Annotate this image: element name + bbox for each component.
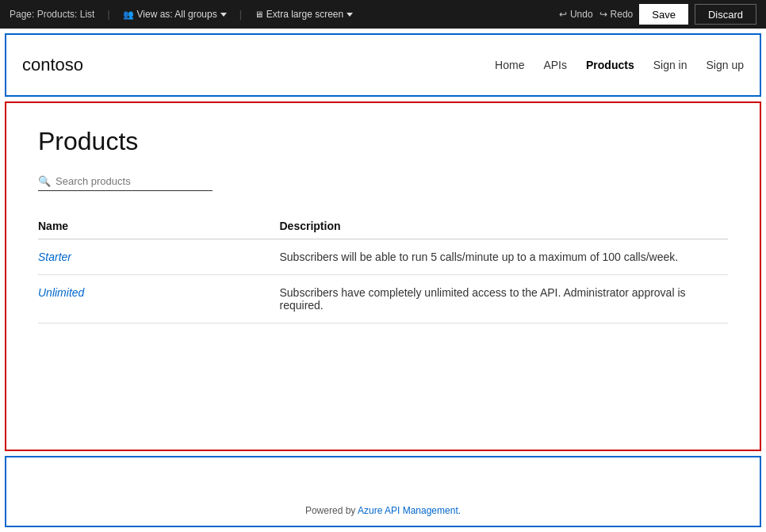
- view-label: View as: All groups: [137, 9, 217, 20]
- product-desc-cell: Subscribers will be able to run 5 calls/…: [280, 239, 729, 275]
- page-title: Products: [38, 127, 728, 156]
- nav-apis[interactable]: APIs: [543, 59, 567, 71]
- view-icon: [123, 9, 134, 20]
- chevron-down-icon2: [347, 13, 353, 17]
- page-label: Page: Products: List: [10, 9, 94, 20]
- toolbar: Page: Products: List | View as: All grou…: [0, 0, 766, 29]
- col-header-desc: Description: [280, 213, 729, 239]
- product-name-cell: Starter: [38, 239, 280, 275]
- nav-signup[interactable]: Sign up: [707, 59, 744, 71]
- footer-static-text: Powered by: [305, 505, 358, 516]
- toolbar-separator2: |: [239, 9, 242, 20]
- footer-section: Powered by Azure API Management.: [5, 456, 761, 527]
- redo-label: Redo: [611, 9, 634, 20]
- header-section: contoso Home APIs Products Sign in Sign …: [5, 33, 761, 97]
- page-wrapper: contoso Home APIs Products Sign in Sign …: [0, 29, 766, 532]
- table-row: StarterSubscribers will be able to run 5…: [38, 239, 728, 275]
- footer-link[interactable]: Azure API Management.: [358, 505, 461, 516]
- search-input[interactable]: [56, 175, 213, 187]
- col-header-name: Name: [38, 213, 280, 239]
- main-section: Products 🔍 Name Description StarterSubsc…: [5, 101, 761, 451]
- redo-icon: [599, 9, 607, 20]
- search-container: 🔍: [38, 175, 213, 191]
- product-name-cell: Unlimited: [38, 275, 280, 323]
- toolbar-right: Undo Redo Save Discard: [559, 4, 756, 25]
- table-row: UnlimitedSubscribers have completely unl…: [38, 275, 728, 323]
- screen-label: Extra large screen: [266, 9, 343, 20]
- table-header-row: Name Description: [38, 213, 728, 239]
- toolbar-left: Page: Products: List | View as: All grou…: [10, 9, 546, 20]
- product-desc-cell: Subscribers have completely unlimited ac…: [280, 275, 729, 323]
- nav-links: Home APIs Products Sign in Sign up: [495, 59, 744, 71]
- nav-signin[interactable]: Sign in: [653, 59, 687, 71]
- view-as-button[interactable]: View as: All groups: [123, 9, 227, 20]
- redo-button[interactable]: Redo: [599, 9, 634, 20]
- search-icon: 🔍: [38, 175, 51, 187]
- product-link[interactable]: Starter: [38, 251, 71, 263]
- undo-label: Undo: [570, 9, 593, 20]
- nav-products[interactable]: Products: [586, 59, 634, 71]
- brand-logo: contoso: [22, 55, 495, 75]
- product-link[interactable]: Unlimited: [38, 286, 84, 299]
- products-table: Name Description StarterSubscribers will…: [38, 213, 728, 323]
- nav-home[interactable]: Home: [495, 59, 524, 71]
- toolbar-separator: |: [107, 9, 109, 20]
- undo-icon: [559, 9, 567, 20]
- screen-size-button[interactable]: Extra large screen: [255, 9, 353, 20]
- discard-button[interactable]: Discard: [695, 4, 756, 25]
- chevron-down-icon: [220, 13, 227, 17]
- undo-button[interactable]: Undo: [559, 9, 593, 20]
- save-button[interactable]: Save: [639, 4, 688, 25]
- footer-text: Powered by Azure API Management.: [305, 505, 461, 516]
- screen-icon: [255, 9, 263, 20]
